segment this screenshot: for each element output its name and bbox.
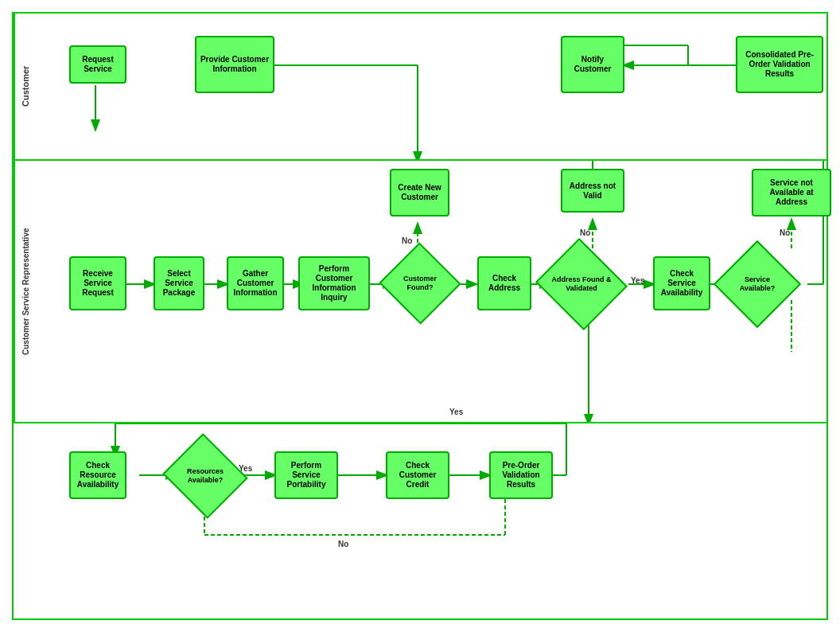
customer-lane-content: Request Service Provide Customer Informa… — [36, 14, 826, 159]
csr-bottom-content: Yes No No Che — [36, 423, 826, 618]
receive-service-request-box: Receive Service Request — [69, 256, 126, 310]
customer-found-diamond: Customer Found? — [392, 256, 448, 310]
consolidated-preorder-box: Consolidated Pre-Order Validation Result… — [736, 36, 823, 93]
preorder-validation-results-box: Pre-Order Validation Results — [489, 451, 553, 499]
resources-available-diamond: Resources Available? — [175, 449, 235, 503]
csr-lane-label: Customer Service Representative — [14, 161, 36, 422]
service-available-diamond: Service Available? — [728, 255, 787, 314]
notify-customer-box: Notify Customer — [561, 36, 624, 93]
no-label-customer-found: No — [402, 236, 412, 245]
create-new-customer-box: Create New Customer — [390, 169, 449, 217]
check-address-box: Check Address — [477, 256, 531, 310]
customer-lane-label: Customer — [14, 14, 36, 159]
select-service-package-box: Select Service Package — [154, 256, 204, 310]
csr-lane-bottom: Yes No No Che — [14, 423, 826, 618]
gather-customer-info-box: Gather Customer Information — [227, 256, 284, 310]
yes-label-address: Yes — [631, 276, 644, 285]
check-customer-credit-box: Check Customer Credit — [386, 451, 449, 499]
check-resource-availability-box: Check Resource Availability — [69, 451, 126, 499]
no-label-address: No — [580, 228, 590, 237]
csr-lane-top: Customer Service Representative — [14, 161, 826, 423]
customer-arrows — [36, 14, 826, 159]
request-service-box: Request Service — [69, 45, 126, 84]
provide-customer-info-box: Provide Customer Information — [195, 36, 274, 93]
check-service-availability-box: Check Service Availability — [653, 256, 710, 310]
perform-service-portability-box: Perform Service Portability — [274, 451, 338, 499]
service-not-available-box: Service not Available at Address — [752, 169, 831, 217]
address-found-validated-diamond: Address Found & Validated — [549, 255, 614, 314]
csr-lane-content: Create New Customer Address not Valid Se… — [36, 161, 826, 422]
customer-lane: Customer — [14, 14, 826, 161]
perform-customer-info-inquiry-box: Perform Customer Information Inquiry — [298, 256, 370, 310]
svg-text:No: No — [338, 540, 348, 548]
yes-label-bottom: Yes — [449, 408, 463, 416]
address-not-valid-box: Address not Valid — [561, 169, 624, 213]
no-label-service: No — [780, 228, 790, 237]
diagram-container: Customer — [12, 12, 828, 620]
